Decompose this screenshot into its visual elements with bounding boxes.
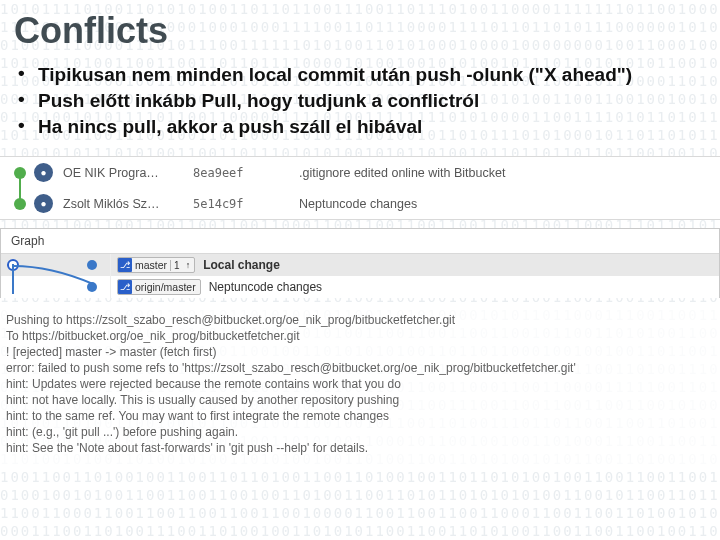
git-output-line: hint: Updates were rejected because the … [6, 376, 714, 392]
commit-message: .gitignore edited online with Bitbucket [299, 166, 720, 180]
graph-lane [1, 276, 111, 298]
git-output-line: hint: (e.g., 'git pull ...') before push… [6, 424, 714, 440]
graph-row[interactable]: ⎇ master 1 ↑ Local change [1, 254, 719, 276]
commit-graph-column [0, 157, 34, 188]
graph-commit-message: Neptuncode changes [201, 280, 322, 294]
commit-author: Zsolt Miklós Sz… [63, 197, 193, 211]
commit-list: ● OE NIK Progra… 8ea9eef .gitignore edit… [0, 156, 720, 220]
git-output-line: error: failed to push some refs to 'http… [6, 360, 714, 376]
git-output-line: hint: not have locally. This is usually … [6, 392, 714, 408]
git-output: Pushing to https://zsolt_szabo_resch@bit… [0, 308, 720, 466]
git-output-line: To https://bitbucket.org/oe_nik_prog/bit… [6, 328, 714, 344]
commit-message: Neptuncode changes [299, 197, 720, 211]
commit-hash: 8ea9eef [193, 166, 299, 180]
graph-panel-header[interactable]: Graph [1, 229, 719, 254]
branch-icon: ⎇ [118, 258, 132, 272]
commit-row[interactable]: ● OE NIK Progra… 8ea9eef .gitignore edit… [0, 157, 720, 188]
graph-panel: Graph ⎇ master 1 ↑ Local change [0, 228, 720, 298]
bullet-list: Tipikusan nem minden local commit után p… [0, 58, 720, 150]
graph-row[interactable]: ⎇ origin/master Neptuncode changes [1, 276, 719, 298]
branch-label: origin/master [135, 281, 196, 293]
branch-badge[interactable]: ⎇ origin/master [117, 279, 201, 295]
branch-label: master [135, 259, 167, 271]
commit-dot-icon [14, 167, 26, 179]
commit-dot-icon [87, 282, 97, 292]
git-output-line: hint: See the 'Note about fast-forwards'… [6, 440, 714, 456]
commit-graph-column [0, 188, 34, 219]
git-output-line: hint: to the same ref. You may want to f… [6, 408, 714, 424]
ahead-count: 1 [170, 260, 183, 271]
slide-title: Conflicts [0, 0, 720, 58]
branch-icon: ⎇ [118, 280, 132, 294]
bullet-item: Ha nincs pull, akkor a push száll el hib… [14, 114, 706, 140]
commit-row[interactable]: ● Zsolt Miklós Sz… 5e14c9f Neptuncode ch… [0, 188, 720, 219]
bullet-item: Push előtt inkább Pull, hogy tudjunk a c… [14, 88, 706, 114]
graph-commit-message: Local change [195, 258, 280, 272]
bullet-item: Tipikusan nem minden local commit után p… [14, 62, 706, 88]
commit-hash: 5e14c9f [193, 197, 299, 211]
commit-dot-icon [14, 198, 26, 210]
git-output-line: ! [rejected] master -> master (fetch fir… [6, 344, 714, 360]
avatar: ● [34, 163, 53, 182]
commit-author: OE NIK Progra… [63, 166, 193, 180]
graph-lane [1, 254, 111, 276]
commit-dot-icon [87, 260, 97, 270]
arrow-up-icon: ↑ [186, 260, 191, 270]
branch-badge[interactable]: ⎇ master 1 ↑ [117, 257, 195, 273]
avatar: ● [34, 194, 53, 213]
git-output-line: Pushing to https://zsolt_szabo_resch@bit… [6, 312, 714, 328]
